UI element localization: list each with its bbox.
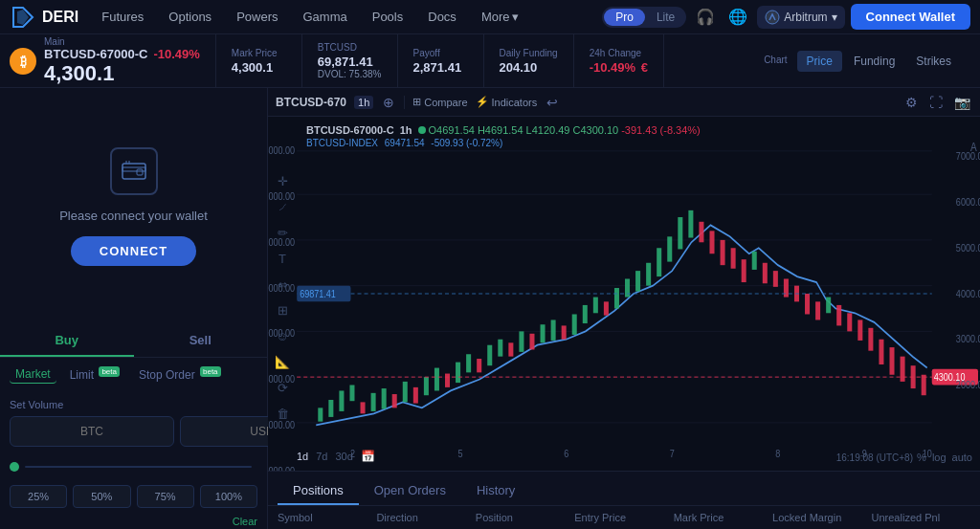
svg-rect-34 [456, 363, 460, 383]
chart-auto-btn[interactable]: auto [952, 452, 972, 463]
svg-rect-53 [657, 248, 661, 276]
svg-rect-30 [413, 387, 418, 404]
stop-order-type[interactable]: Stop Order beta [133, 365, 227, 384]
tab-history[interactable]: History [461, 477, 530, 505]
indicators-button[interactable]: ⚡ Indicators [476, 96, 538, 108]
ruler-tool[interactable]: 📐 [275, 355, 290, 369]
pct-75-btn[interactable]: 75% [137, 485, 194, 508]
compare-button[interactable]: ⊞ Compare [412, 96, 467, 108]
tab-open-orders[interactable]: Open Orders [359, 477, 461, 505]
chart-tab-price[interactable]: Price [797, 51, 842, 72]
chart-tab-funding[interactable]: Funding [844, 51, 904, 72]
delete-tool[interactable]: 🗑 [277, 407, 289, 421]
col-symbol: Symbol [278, 512, 376, 523]
svg-rect-43 [551, 320, 556, 340]
headset-icon[interactable]: 🎧 [692, 4, 719, 31]
tf-calendar-icon[interactable]: 📅 [361, 450, 375, 463]
connect-msg: Please connect your wallet [59, 209, 208, 223]
globe-icon[interactable]: 🌐 [724, 4, 751, 31]
crosshair-tool[interactable]: ✛ [278, 174, 288, 188]
arbitrum-button[interactable]: Arbitrum ▾ [757, 6, 844, 29]
svg-rect-42 [541, 324, 546, 342]
clear-row[interactable]: Clear [0, 514, 267, 529]
indicators-icon: ⚡ [476, 96, 489, 108]
index-line: BTCUSD-INDEX 69471.54 -509.93 (-0.72%) [306, 138, 701, 148]
add-interval-icon[interactable]: ⊕ [381, 93, 396, 112]
svg-text:3000.00: 3000.00 [956, 334, 980, 345]
svg-rect-74 [879, 340, 883, 364]
nav-docs[interactable]: Docs [418, 6, 466, 28]
nav-pools[interactable]: Pools [363, 6, 413, 28]
nav-gamma[interactable]: Gamma [293, 6, 356, 28]
slider-track[interactable] [25, 466, 252, 468]
connect-wallet-button[interactable]: Connect Wallet [851, 4, 970, 30]
pro-button[interactable]: Pro [604, 9, 645, 26]
main-stats: ₿ Main BTCUSD-67000-C -10.49% 4,300.1 [10, 34, 216, 87]
svg-rect-51 [635, 271, 640, 291]
svg-rect-28 [392, 394, 397, 408]
sell-tab[interactable]: Sell [134, 325, 268, 357]
fullscreen-icon[interactable]: ⛶ [927, 93, 945, 112]
payoff-stat: Payoff 2,871.41 [398, 34, 484, 87]
chart-area[interactable]: ✛ ⟋ ✏ T ⇔ ⊞ ☺ 📐 ⟳ 🗑 BTCUSD-67000-C 1h O [268, 117, 980, 471]
market-order-type[interactable]: Market [10, 365, 56, 384]
wallet-icon [122, 161, 146, 182]
nav-options[interactable]: Options [159, 6, 221, 28]
eye-tool[interactable]: ⟳ [278, 381, 288, 395]
order-type-row: Market Limit beta Stop Order beta [0, 358, 267, 391]
tab-positions[interactable]: Positions [278, 477, 359, 505]
col-direction: Direction [376, 512, 475, 523]
settings-tool[interactable]: ⊞ [278, 303, 288, 318]
pro-lite-toggle[interactable]: Pro Lite [602, 7, 686, 28]
svg-text:2000.00: 2000.00 [956, 379, 980, 390]
svg-rect-24 [349, 385, 354, 401]
pct-25-btn[interactable]: 25% [10, 485, 67, 508]
wallet-icon-box [110, 147, 158, 195]
24h-change-stat: 24h Change -10.49% € [574, 34, 664, 87]
emoji-tool[interactable]: ☺ [276, 329, 288, 343]
svg-rect-68 [815, 301, 820, 320]
svg-rect-50 [625, 278, 630, 297]
draw-line-tool[interactable]: ⟋ [277, 200, 289, 214]
deri-logo-icon [10, 4, 36, 31]
chart-toolbar: BTCUSD-670 1h ⊕ ⊞ Compare ⚡ Indicators ↩… [268, 88, 980, 117]
nav-powers[interactable]: Powers [227, 6, 287, 28]
svg-rect-69 [826, 298, 831, 314]
measure-tool[interactable]: ⇔ [278, 277, 288, 292]
svg-rect-59 [721, 240, 725, 265]
tf-1d[interactable]: 1d [297, 451, 308, 462]
chart-tab-strikes[interactable]: Strikes [906, 51, 961, 72]
lite-button[interactable]: Lite [647, 9, 684, 26]
buy-tab[interactable]: Buy [0, 325, 134, 357]
interval-1h[interactable]: 1h [354, 96, 373, 109]
nav-futures[interactable]: Futures [92, 6, 153, 28]
tf-7d[interactable]: 7d [316, 451, 327, 462]
limit-order-type[interactable]: Limit beta [64, 365, 125, 384]
svg-rect-44 [562, 325, 567, 339]
settings-icon[interactable]: ⚙ [903, 93, 920, 112]
pencil-tool[interactable]: ✏ [278, 226, 288, 240]
btc-volume-input[interactable] [10, 416, 174, 447]
svg-text:6: 6 [564, 448, 568, 459]
text-tool[interactable]: T [278, 252, 286, 266]
right-panel: BTCUSD-670 1h ⊕ ⊞ Compare ⚡ Indicators ↩… [268, 88, 980, 529]
logo[interactable]: DERI [10, 4, 78, 31]
svg-text:4000.00: 4000.00 [956, 288, 980, 299]
svg-rect-47 [593, 298, 598, 314]
pct-100-btn[interactable]: 100% [200, 485, 257, 508]
chart-timeframe-bar: 1d 7d 30d 📅 [297, 450, 375, 463]
pct-50-btn[interactable]: 50% [73, 485, 130, 508]
btc-icon: ₿ [10, 48, 36, 75]
undo-icon[interactable]: ↩ [545, 93, 560, 112]
nav-more[interactable]: More ▾ [472, 6, 528, 28]
connect-button[interactable]: CONNECT [71, 236, 196, 266]
main-layout: Please connect your wallet CONNECT Buy S… [0, 88, 980, 529]
svg-rect-26 [371, 393, 376, 411]
tf-30d[interactable]: 30d [336, 451, 353, 462]
chart-info-bar: BTCUSD-67000-C 1h O4691.54 H4691.54 L412… [306, 124, 701, 148]
camera-icon[interactable]: 📷 [952, 93, 972, 112]
svg-rect-25 [361, 402, 366, 413]
bottom-tabs: Positions Open Orders History [268, 472, 980, 506]
chart-log-btn[interactable]: log [932, 452, 947, 463]
chart-pct-btn[interactable]: % [917, 452, 926, 463]
